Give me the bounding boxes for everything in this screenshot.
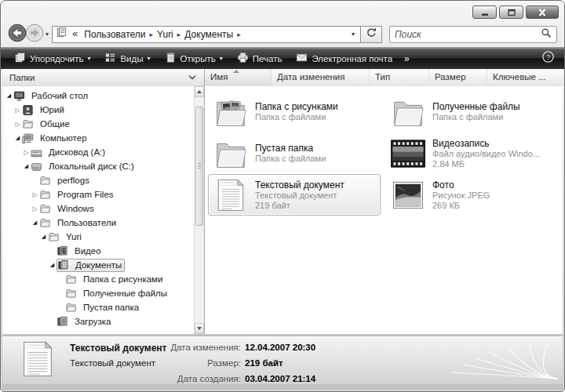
file-name: Папка с рисунками	[255, 101, 338, 112]
tree-item-label: perflogs	[55, 175, 92, 186]
search-box	[389, 26, 557, 43]
column-header-label: Имя	[210, 72, 228, 82]
address-bar[interactable]: «Пользователи▸Yuri▸Документы▸ ▾	[52, 26, 361, 43]
expanded-arrow-icon[interactable]: ◢	[13, 135, 22, 141]
tree-item-12[interactable]: ◢Документы	[2, 258, 194, 272]
tree-item-label: Рабочий стол	[29, 90, 90, 101]
tree-selection: Документы	[56, 259, 125, 272]
breadcrumb-item-2[interactable]: Документы	[181, 29, 236, 40]
maximize-button[interactable]	[499, 5, 523, 19]
back-button[interactable]	[8, 25, 27, 44]
navigation-bar: ▾ «Пользователи▸Yuri▸Документы▸ ▾	[1, 21, 564, 47]
details-file-type: Текстовый документ	[70, 358, 155, 368]
forward-button[interactable]	[25, 25, 44, 44]
search-icon	[541, 27, 552, 42]
tree-item-13[interactable]: Папка с рисунками	[2, 272, 194, 286]
file-tile-1[interactable]: Полученные файлыПапка с файлами	[385, 91, 558, 132]
window-controls	[472, 5, 559, 19]
expanded-arrow-icon[interactable]: ◢	[48, 262, 56, 268]
toolbar-button-email[interactable]: Электронная почта	[289, 50, 399, 67]
print-icon	[237, 52, 249, 65]
column-header-3[interactable]: Размер	[429, 69, 487, 86]
breadcrumb-item-0[interactable]: Пользователи	[81, 29, 148, 40]
scroll-down-button[interactable]	[195, 323, 204, 334]
collapsed-arrow-icon[interactable]: ▷	[31, 205, 39, 212]
maximize-icon	[507, 5, 516, 20]
recent-pages-dropdown[interactable]: ▾	[46, 31, 49, 38]
details-file-title: Текстовый документ	[70, 343, 166, 354]
file-tile-4[interactable]: Текстовый документТекстовый документ219 …	[208, 174, 381, 216]
floppy-drive-icon	[31, 147, 44, 158]
expanded-arrow-icon[interactable]: ◢	[5, 93, 13, 99]
toolbar-button-print[interactable]: Печать	[230, 50, 290, 67]
tree-item-6[interactable]: perflogs	[2, 173, 194, 187]
tree-item-11[interactable]: Видео	[2, 244, 194, 258]
file-tile-3[interactable]: ВидеозаписьФайл аудио/видео Windo...2,84…	[385, 132, 558, 174]
tile-text: Полученные файлыПапка с файлами	[432, 101, 520, 122]
help-button[interactable]: ?	[538, 50, 558, 67]
tree-item-3[interactable]: ◢Компьютер	[2, 131, 194, 145]
tree-item-0[interactable]: ◢Рабочий стол	[2, 89, 194, 103]
folders-pane-header[interactable]: Папки	[2, 69, 204, 86]
collapsed-arrow-icon[interactable]: ▷	[31, 191, 39, 198]
expanded-arrow-icon[interactable]: ◢	[22, 163, 31, 169]
breadcrumb-collapsed-indicator[interactable]: «	[69, 27, 81, 41]
file-tile-2[interactable]: Пустая папкаПапка с файлами	[208, 132, 381, 174]
expanded-arrow-icon[interactable]: ◢	[39, 234, 48, 240]
tree-item-9[interactable]: ◢Пользователи	[2, 216, 194, 230]
tree-item-8[interactable]: ▷Windows	[2, 201, 194, 216]
toolbar-button-organize[interactable]: Упорядочить▾	[7, 50, 97, 67]
expanded-arrow-icon[interactable]: ◢	[31, 220, 39, 226]
collapsed-arrow-icon[interactable]: ▷	[22, 149, 31, 156]
collapsed-arrow-icon[interactable]: ▷	[13, 121, 22, 128]
tree-item-10[interactable]: ◢Yuri	[2, 230, 194, 244]
tree-item-15[interactable]: Пустая папка	[2, 300, 194, 314]
tree-item-label: Юрий	[38, 104, 67, 115]
tree-item-14[interactable]: Полученные файлы	[2, 286, 194, 300]
tree-item-4[interactable]: ▷Дисковод (A:)	[2, 145, 194, 159]
column-header-label: Ключевые ...	[493, 72, 546, 82]
breadcrumb-separator-icon[interactable]: ▸	[236, 31, 242, 38]
scrollbar-thumb[interactable]	[195, 107, 203, 226]
tree-item-label: Пустая папка	[81, 302, 141, 313]
collapsed-arrow-icon[interactable]: ▷	[13, 107, 22, 114]
toolbar-button-open[interactable]: Открыть▾	[158, 50, 230, 67]
chevron-down-icon[interactable]	[188, 74, 197, 81]
tree-item-7[interactable]: ▷Program Files	[2, 187, 194, 201]
toolbar-button-views[interactable]: Виды▾	[97, 50, 157, 67]
video-file-icon	[389, 139, 427, 169]
folder-documents-icon	[57, 260, 71, 271]
folder-icon	[22, 118, 35, 130]
toolbar-button-label: Электронная почта	[312, 54, 392, 64]
open-icon	[165, 52, 177, 65]
column-header-4[interactable]: Ключевые ...	[487, 69, 563, 86]
location-folder-icon	[56, 27, 67, 42]
address-dropdown-icon[interactable]: ▾	[348, 31, 358, 38]
details-properties: Дата изменения:12.04.2007 20:30Размер:21…	[155, 343, 315, 384]
breadcrumb-item-1[interactable]: Yuri	[154, 29, 177, 40]
tree-item-5[interactable]: ◢Локальный диск (C:)	[2, 159, 194, 173]
property-label: Дата создания:	[155, 374, 241, 384]
file-tile-0[interactable]: Папка с рисункамиПапка с файлами	[208, 91, 381, 132]
toolbar-overflow-button[interactable]: »	[399, 53, 414, 64]
column-header-2[interactable]: Тип	[370, 69, 429, 86]
file-type: Файл аудио/видео Windo...	[432, 149, 540, 159]
tree-item-16[interactable]: Загрузка	[2, 314, 194, 328]
tree-item-1[interactable]: ▷Юрий	[2, 103, 194, 117]
property-value: 219 байт	[245, 358, 283, 374]
tree-scrollbar[interactable]	[194, 86, 204, 334]
tree-item-2[interactable]: ▷Общие	[2, 117, 194, 131]
file-tile-5[interactable]: ФотоРисунок JPEG269 КБ	[385, 174, 558, 216]
refresh-button[interactable]	[361, 26, 382, 43]
file-type: Текстовый документ	[255, 191, 344, 201]
folder-icon	[39, 217, 53, 229]
search-input[interactable]	[395, 29, 541, 40]
close-button[interactable]	[526, 5, 559, 19]
scroll-up-button[interactable]	[195, 86, 204, 97]
breadcrumb: «Пользователи▸Yuri▸Документы▸	[69, 27, 348, 41]
minimize-button[interactable]	[472, 5, 497, 19]
tree-item-label: Видео	[72, 245, 104, 256]
folder-icon	[65, 302, 78, 314]
column-header-0[interactable]: Имя	[205, 69, 272, 86]
column-header-1[interactable]: Дата изменения	[272, 69, 370, 86]
